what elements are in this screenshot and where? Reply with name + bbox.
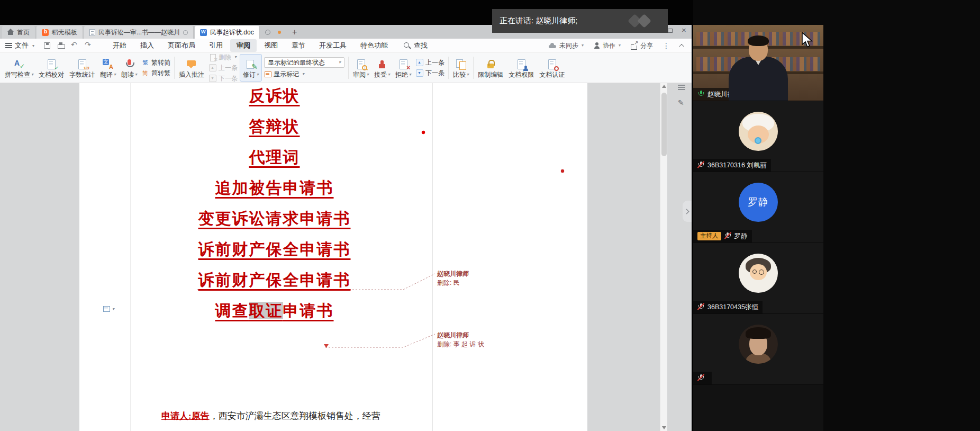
spell-check-button[interactable]: 拼写检查 bbox=[2, 54, 36, 82]
doc-certification-button[interactable]: 文档认证 bbox=[537, 54, 567, 82]
convert-group: 繁转简 简转繁 bbox=[140, 54, 173, 82]
scrollbar-thumb[interactable] bbox=[661, 93, 667, 156]
doc-proofing-button[interactable]: 文档校对 bbox=[36, 54, 67, 82]
new-tab-button[interactable] bbox=[288, 26, 301, 39]
tab-home[interactable]: 首页 bbox=[2, 26, 35, 39]
document-page[interactable]: 反诉状 答辩状 代理词 追加被告申请书 变更诉讼请求申请书 诉前财产保全申请书 … bbox=[79, 83, 587, 431]
delete-comment-button[interactable]: 删除 bbox=[209, 53, 238, 61]
revision-balloon[interactable]: 赵晓川律师 删除: 事 起 诉 状 bbox=[437, 331, 548, 349]
participant-name-label: 主持人 罗静 bbox=[693, 230, 752, 243]
pen-tool-icon[interactable] bbox=[678, 98, 686, 106]
menu-tab-page-layout[interactable]: 页面布局 bbox=[161, 39, 202, 52]
track-changes-label: 修订 bbox=[243, 71, 256, 78]
review-icon bbox=[355, 58, 367, 70]
doc-heading[interactable]: 代理词 bbox=[131, 142, 418, 173]
doc-heading[interactable]: 变更诉讼请求申请书 bbox=[131, 203, 418, 234]
scroll-up-icon[interactable] bbox=[662, 85, 666, 88]
chevron-down-icon bbox=[408, 71, 411, 78]
doc-heading[interactable]: 诉前财产保全申请书 bbox=[131, 234, 418, 265]
collapse-ribbon-icon[interactable] bbox=[679, 43, 684, 49]
prev-comment-button[interactable]: 上一条 bbox=[209, 64, 238, 72]
insert-comment-button[interactable]: 插入批注 bbox=[176, 54, 207, 82]
mic-muted-icon bbox=[697, 303, 704, 311]
reject-label: 拒绝 bbox=[395, 71, 408, 78]
doc-heading[interactable]: 诉前财产保全申请书 bbox=[131, 265, 418, 295]
participant-name: 36B3170435张恒 bbox=[707, 303, 758, 312]
share-button[interactable]: 分享 bbox=[630, 41, 653, 50]
body-line-rest: ，西安市浐灞生态区意翔模板销售处，经营 bbox=[210, 411, 380, 421]
menu-tab-special-features[interactable]: 特色功能 bbox=[354, 39, 394, 52]
restore-window-icon[interactable] bbox=[668, 29, 673, 33]
doc-heading-with-selection[interactable]: 调查取证申请书 bbox=[131, 295, 418, 326]
ruler-toggle-icon[interactable] bbox=[678, 85, 685, 90]
close-window-icon[interactable] bbox=[681, 28, 687, 34]
word-count-button[interactable]: 字数统计 bbox=[67, 54, 97, 82]
doc-heading-text: 诉前财产保全申请书 bbox=[198, 239, 351, 261]
track-changes-button[interactable]: 修订 bbox=[240, 54, 262, 82]
next-comment-button[interactable]: 下一条 bbox=[209, 74, 238, 83]
participant-tile[interactable]: 36B3170316 刘凯丽 bbox=[693, 101, 823, 172]
menu-tab-insert[interactable]: 插入 bbox=[134, 39, 160, 52]
collaborate-button[interactable]: 协作 bbox=[593, 41, 621, 50]
menu-tab-start[interactable]: 开始 bbox=[106, 39, 133, 52]
restrict-editing-button[interactable]: 限制编辑 bbox=[475, 54, 506, 82]
menu-bar-right: 未同步 协作 分享 bbox=[548, 41, 692, 50]
simp-to-trad-button[interactable]: 简转繁 bbox=[142, 69, 170, 77]
ribbon-separator bbox=[348, 57, 349, 79]
doc-heading[interactable]: 反诉状 bbox=[131, 83, 418, 111]
doc-permission-button[interactable]: 文档权限 bbox=[506, 54, 537, 82]
show-markup-button[interactable]: 显示标记 bbox=[264, 70, 344, 78]
participant-tile[interactable] bbox=[693, 314, 823, 384]
menu-tab-section[interactable]: 章节 bbox=[285, 39, 312, 52]
next-change-button[interactable]: 下一条 bbox=[416, 69, 444, 77]
markup-state-value: 显示标记的最终状态 bbox=[268, 58, 325, 67]
chevron-down-icon bbox=[338, 59, 341, 66]
participant-tile[interactable]: 36B3170435张恒 bbox=[693, 243, 823, 313]
translate-button[interactable]: 翻译 bbox=[97, 54, 119, 82]
revision-body: 删除: 民 bbox=[437, 279, 548, 288]
save-icon[interactable] bbox=[43, 41, 51, 50]
doc-heading[interactable]: 答辩状 bbox=[131, 111, 418, 142]
compare-button[interactable]: 比较 bbox=[450, 54, 471, 82]
insert-comment-label: 插入批注 bbox=[179, 71, 204, 78]
margin-revision-marker[interactable] bbox=[103, 304, 116, 312]
doc-heading[interactable]: 追加被告申请书 bbox=[131, 173, 418, 203]
prev-change-button[interactable]: 上一条 bbox=[416, 58, 444, 67]
tab-document-2-active[interactable]: 民事起诉状.doc bbox=[195, 26, 260, 39]
menu-tab-references[interactable]: 引用 bbox=[203, 39, 229, 52]
home-icon bbox=[7, 29, 14, 35]
tab-document-1[interactable]: 民事诉讼—审...书——赵晓川 bbox=[84, 26, 194, 39]
review-button[interactable]: 审阅 bbox=[350, 54, 371, 82]
markup-state-dropdown[interactable]: 显示标记的最终状态 bbox=[264, 57, 344, 68]
menu-tab-view[interactable]: 视图 bbox=[258, 39, 284, 52]
chevron-down-icon bbox=[580, 42, 584, 49]
accept-button[interactable]: 接受 bbox=[371, 54, 393, 82]
side-panel-expand-button[interactable] bbox=[683, 201, 692, 222]
show-markup-label: 显示标记 bbox=[274, 70, 299, 79]
avatar-initials: 罗静 bbox=[748, 195, 769, 209]
file-menu-button[interactable]: 文件 bbox=[0, 41, 40, 50]
find-button[interactable]: 查找 bbox=[403, 41, 428, 50]
tab-docer-templates[interactable]: 稻壳模板 bbox=[37, 26, 83, 39]
trad-to-simp-button[interactable]: 繁转简 bbox=[142, 58, 170, 67]
participant-tile[interactable]: 罗静 主持人 罗静 bbox=[693, 172, 823, 243]
print-icon[interactable] bbox=[57, 41, 65, 50]
speaking-banner: 正在讲话: 赵晓川律师; bbox=[492, 9, 668, 33]
host-badge: 主持人 bbox=[697, 232, 721, 240]
revision-balloon[interactable]: 赵晓川律师 删除: 民 bbox=[437, 270, 548, 288]
undo-icon[interactable] bbox=[70, 41, 79, 50]
document-body-line[interactable]: 申请人:原告，西安市浐灞生态区意翔模板销售处，经营 bbox=[161, 410, 380, 422]
scroll-down-icon[interactable] bbox=[662, 426, 666, 429]
menu-tab-dev-tools[interactable]: 开发工具 bbox=[313, 39, 353, 52]
text-selection-highlight: 取证 bbox=[249, 302, 283, 319]
vertical-scrollbar[interactable] bbox=[660, 83, 667, 431]
chevron-down-icon bbox=[366, 71, 369, 78]
document-headings: 反诉状 答辩状 代理词 追加被告申请书 变更诉讼请求申请书 诉前财产保全申请书 … bbox=[131, 83, 418, 326]
more-options-icon[interactable] bbox=[663, 41, 671, 50]
read-aloud-button[interactable]: 朗读 bbox=[119, 54, 140, 82]
sync-status-button[interactable]: 未同步 bbox=[548, 41, 584, 50]
reject-button[interactable]: 拒绝 bbox=[393, 54, 414, 82]
redo-icon[interactable] bbox=[84, 41, 93, 50]
word-count-label: 字数统计 bbox=[69, 71, 95, 78]
menu-tab-review[interactable]: 审阅 bbox=[230, 39, 257, 52]
